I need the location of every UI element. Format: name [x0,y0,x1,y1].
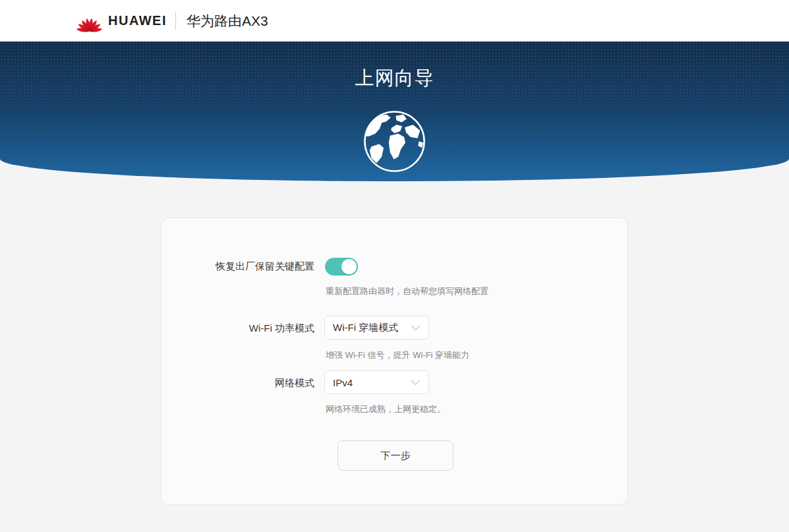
network-mode-select[interactable]: IPv4 [324,370,429,394]
next-button[interactable]: 下一步 [337,440,453,471]
wifi-mode-select[interactable]: Wi-Fi 穿墙模式 [324,316,429,340]
restore-config-helper: 重新配置路由器时，自动帮您填写网络配置 [326,286,488,297]
wifi-mode-helper: 增强 Wi-Fi 信号，提升 Wi-Fi 穿墙能力 [326,350,469,361]
wifi-mode-label: Wi-Fi 功率模式 [161,322,314,335]
app-header: HUAWEI 华为路由AX3 [0,0,789,42]
setup-card: 恢复出厂保留关键配置 重新配置路由器时，自动帮您填写网络配置 Wi-Fi 功率模… [161,218,628,505]
wifi-mode-value: Wi-Fi 穿墙模式 [333,322,411,334]
network-mode-label: 网络模式 [161,376,314,390]
header-divider [175,12,176,30]
chevron-down-icon [411,380,421,386]
restore-config-toggle[interactable] [325,258,358,276]
product-title: 华为路由AX3 [187,12,268,30]
page-body: 恢复出厂保留关键配置 重新配置路由器时，自动帮您填写网络配置 Wi-Fi 功率模… [0,218,789,505]
brand-wordmark: HUAWEI [108,13,167,28]
chevron-down-icon [411,325,421,331]
globe-icon [0,109,789,173]
huawei-logo-icon [76,10,103,32]
restore-config-label: 恢复出厂保留关键配置 [161,260,314,273]
network-mode-value: IPv4 [333,377,411,388]
wizard-title: 上网向导 [0,42,789,92]
toggle-knob [341,259,357,274]
network-mode-helper: 网络环境已成熟，上网更稳定。 [326,404,446,415]
hero-banner: 上网向导 [0,42,789,181]
